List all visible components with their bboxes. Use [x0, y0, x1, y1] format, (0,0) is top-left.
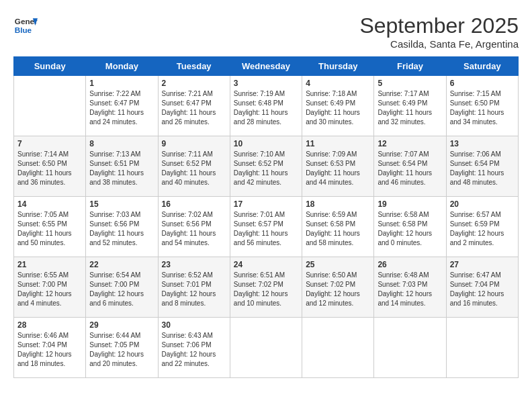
- sunset-time: Sunset: 6:50 PM: [17, 160, 67, 167]
- sunset-time: Sunset: 7:03 PM: [378, 281, 427, 288]
- sunrise-time: Sunrise: 6:44 AM: [89, 332, 140, 339]
- sunset-time: Sunset: 6:50 PM: [450, 99, 500, 107]
- day-number: 5: [378, 79, 442, 88]
- calendar-cell: 22 Sunrise: 6:54 AM Sunset: 7:00 PM Dayl…: [86, 257, 158, 318]
- sunrise-time: Sunrise: 7:18 AM: [306, 90, 357, 97]
- day-info: Sunrise: 7:22 AM Sunset: 6:47 PM Dayligh…: [89, 89, 154, 127]
- sunrise-time: Sunrise: 7:19 AM: [234, 90, 285, 97]
- daylight-hours: Daylight: 11 hours and 24 minutes.: [89, 109, 144, 126]
- calendar-cell: 13 Sunrise: 7:06 AM Sunset: 6:54 PM Dayl…: [446, 136, 518, 197]
- sunrise-time: Sunrise: 6:58 AM: [378, 211, 429, 218]
- location-subtitle: Casilda, Santa Fe, Argentina: [359, 38, 519, 50]
- calendar-week-5: 28 Sunrise: 6:46 AM Sunset: 7:04 PM Dayl…: [14, 318, 519, 378]
- day-info: Sunrise: 7:11 AM Sunset: 6:52 PM Dayligh…: [162, 150, 226, 187]
- sunset-time: Sunset: 6:56 PM: [89, 220, 139, 228]
- day-info: Sunrise: 7:14 AM Sunset: 6:50 PM Dayligh…: [17, 150, 82, 187]
- day-info: Sunrise: 7:02 AM Sunset: 6:56 PM Dayligh…: [162, 210, 226, 248]
- sunrise-time: Sunrise: 7:03 AM: [89, 211, 140, 218]
- day-number: 26: [378, 260, 442, 269]
- day-number: 18: [306, 199, 370, 209]
- day-info: Sunrise: 6:52 AM Sunset: 7:01 PM Dayligh…: [162, 271, 226, 308]
- sunrise-time: Sunrise: 6:50 AM: [306, 271, 357, 279]
- day-info: Sunrise: 7:17 AM Sunset: 6:49 PM Dayligh…: [378, 89, 442, 127]
- calendar-cell: 6 Sunrise: 7:15 AM Sunset: 6:50 PM Dayli…: [446, 76, 518, 136]
- calendar-cell: 5 Sunrise: 7:17 AM Sunset: 6:49 PM Dayli…: [374, 76, 446, 136]
- sunset-time: Sunset: 6:47 PM: [162, 99, 212, 107]
- calendar-cell: 16 Sunrise: 7:02 AM Sunset: 6:56 PM Dayl…: [158, 197, 230, 257]
- day-info: Sunrise: 6:51 AM Sunset: 7:02 PM Dayligh…: [234, 271, 298, 308]
- daylight-hours: Daylight: 12 hours and 4 minutes.: [17, 290, 72, 307]
- day-number: 7: [17, 139, 82, 148]
- day-header-saturday: Saturday: [446, 57, 518, 76]
- day-info: Sunrise: 7:06 AM Sunset: 6:54 PM Dayligh…: [450, 150, 515, 187]
- daylight-hours: Daylight: 12 hours and 18 minutes.: [17, 351, 72, 367]
- calendar-cell: 18 Sunrise: 6:59 AM Sunset: 6:58 PM Dayl…: [302, 197, 374, 257]
- month-title: September 2025: [359, 13, 519, 38]
- calendar-cell: 24 Sunrise: 6:51 AM Sunset: 7:02 PM Dayl…: [230, 257, 302, 318]
- day-number: 12: [378, 139, 442, 148]
- sunrise-time: Sunrise: 6:51 AM: [234, 271, 285, 279]
- sunrise-time: Sunrise: 6:59 AM: [306, 211, 357, 218]
- sunset-time: Sunset: 6:49 PM: [306, 99, 355, 107]
- sunset-time: Sunset: 6:52 PM: [234, 160, 283, 167]
- day-info: Sunrise: 6:48 AM Sunset: 7:03 PM Dayligh…: [378, 271, 442, 308]
- daylight-hours: Daylight: 11 hours and 28 minutes.: [234, 109, 288, 126]
- calendar-cell: 8 Sunrise: 7:13 AM Sunset: 6:51 PM Dayli…: [86, 136, 158, 197]
- calendar-cell: 9 Sunrise: 7:11 AM Sunset: 6:52 PM Dayli…: [158, 136, 230, 197]
- calendar-cell: 17 Sunrise: 7:01 AM Sunset: 6:57 PM Dayl…: [230, 197, 302, 257]
- calendar-cell: 2 Sunrise: 7:21 AM Sunset: 6:47 PM Dayli…: [158, 76, 230, 136]
- sunset-time: Sunset: 6:49 PM: [378, 99, 427, 107]
- daylight-hours: Daylight: 11 hours and 34 minutes.: [450, 109, 504, 126]
- daylight-hours: Daylight: 11 hours and 36 minutes.: [17, 169, 72, 186]
- calendar-cell: 4 Sunrise: 7:18 AM Sunset: 6:49 PM Dayli…: [302, 76, 374, 136]
- sunset-time: Sunset: 7:01 PM: [162, 281, 212, 288]
- sunrise-time: Sunrise: 7:15 AM: [450, 90, 501, 97]
- calendar-cell: 27 Sunrise: 6:47 AM Sunset: 7:04 PM Dayl…: [446, 257, 518, 318]
- daylight-hours: Daylight: 12 hours and 20 minutes.: [89, 351, 144, 367]
- calendar-week-1: 1 Sunrise: 7:22 AM Sunset: 6:47 PM Dayli…: [14, 76, 519, 136]
- day-header-thursday: Thursday: [302, 57, 374, 76]
- day-info: Sunrise: 6:43 AM Sunset: 7:06 PM Dayligh…: [162, 331, 226, 369]
- sunset-time: Sunset: 6:55 PM: [17, 220, 67, 228]
- day-info: Sunrise: 7:18 AM Sunset: 6:49 PM Dayligh…: [306, 89, 370, 127]
- calendar-cell: 15 Sunrise: 7:03 AM Sunset: 6:56 PM Dayl…: [86, 197, 158, 257]
- day-number: 14: [17, 199, 82, 209]
- sunrise-time: Sunrise: 7:17 AM: [378, 90, 429, 97]
- day-info: Sunrise: 7:09 AM Sunset: 6:53 PM Dayligh…: [306, 150, 370, 187]
- day-info: Sunrise: 7:21 AM Sunset: 6:47 PM Dayligh…: [162, 89, 226, 127]
- sunset-time: Sunset: 7:02 PM: [234, 281, 283, 288]
- day-number: 6: [450, 79, 515, 88]
- sunset-time: Sunset: 6:58 PM: [378, 220, 427, 228]
- day-number: 22: [89, 260, 154, 269]
- daylight-hours: Daylight: 11 hours and 32 minutes.: [378, 109, 432, 126]
- day-info: Sunrise: 7:15 AM Sunset: 6:50 PM Dayligh…: [450, 89, 515, 127]
- day-number: 16: [162, 199, 226, 209]
- daylight-hours: Daylight: 12 hours and 22 minutes.: [162, 351, 216, 367]
- daylight-hours: Daylight: 11 hours and 58 minutes.: [306, 230, 360, 246]
- daylight-hours: Daylight: 11 hours and 30 minutes.: [306, 109, 360, 126]
- day-number: 10: [234, 139, 298, 148]
- daylight-hours: Daylight: 11 hours and 44 minutes.: [306, 169, 360, 186]
- day-number: 27: [450, 260, 515, 269]
- sunrise-time: Sunrise: 6:43 AM: [162, 332, 213, 339]
- day-info: Sunrise: 7:01 AM Sunset: 6:57 PM Dayligh…: [234, 210, 298, 248]
- sunset-time: Sunset: 6:58 PM: [306, 220, 355, 228]
- sunset-time: Sunset: 6:53 PM: [306, 160, 355, 167]
- daylight-hours: Daylight: 11 hours and 48 minutes.: [450, 169, 504, 186]
- sunrise-time: Sunrise: 7:10 AM: [234, 150, 285, 158]
- daylight-hours: Daylight: 12 hours and 10 minutes.: [234, 290, 288, 307]
- calendar-cell: 7 Sunrise: 7:14 AM Sunset: 6:50 PM Dayli…: [14, 136, 86, 197]
- day-number: 30: [162, 320, 226, 330]
- day-info: Sunrise: 6:55 AM Sunset: 7:00 PM Dayligh…: [17, 271, 82, 308]
- sunrise-time: Sunrise: 7:01 AM: [234, 211, 285, 218]
- day-number: 20: [450, 199, 515, 209]
- sunrise-time: Sunrise: 7:13 AM: [89, 150, 140, 158]
- sunset-time: Sunset: 7:02 PM: [306, 281, 355, 288]
- calendar-cell: 23 Sunrise: 6:52 AM Sunset: 7:01 PM Dayl…: [158, 257, 230, 318]
- calendar-cell: [230, 318, 302, 378]
- day-info: Sunrise: 6:44 AM Sunset: 7:05 PM Dayligh…: [89, 331, 154, 369]
- calendar-header-row: SundayMondayTuesdayWednesdayThursdayFrid…: [14, 57, 519, 76]
- daylight-hours: Daylight: 11 hours and 42 minutes.: [234, 169, 288, 186]
- calendar-cell: [446, 318, 518, 378]
- calendar-cell: [374, 318, 446, 378]
